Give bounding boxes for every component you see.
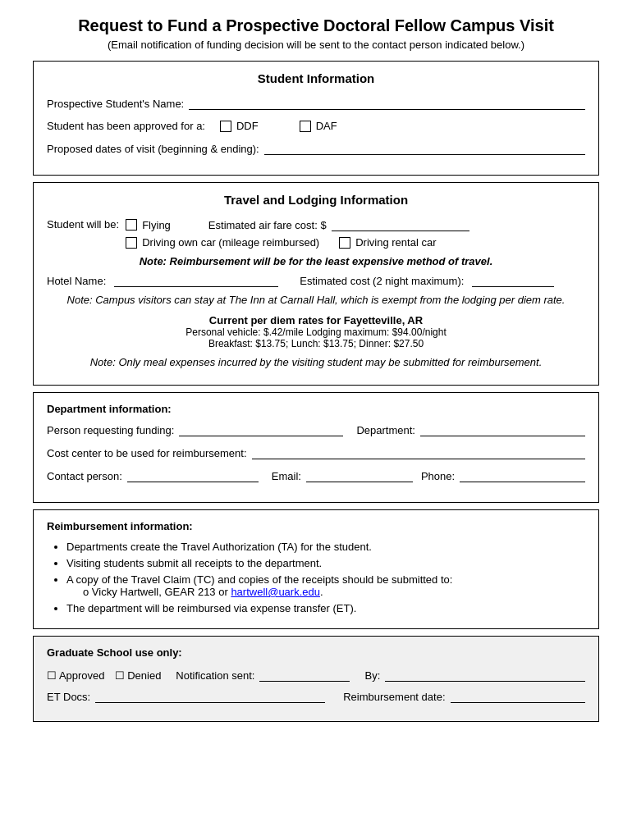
- daf-label: DAF: [316, 120, 337, 132]
- air-fare-input[interactable]: [332, 218, 469, 231]
- driving-rental-label: Driving rental car: [355, 236, 436, 249]
- reimb-bullet-2: Visiting students submit all receipts to…: [66, 557, 585, 569]
- flying-label: Flying: [142, 219, 171, 231]
- travel-info-title: Travel and Lodging Information: [47, 193, 585, 207]
- email-link[interactable]: hartwell@uark.edu: [231, 586, 320, 598]
- dates-label: Proposed dates of visit (beginning & end…: [47, 143, 259, 155]
- travel-options-row: Student will be: Flying Estimated air fa…: [47, 218, 585, 249]
- per-diem-line2: Breakfast: $13.75; Lunch: $13.75; Dinner…: [47, 338, 585, 349]
- gs-reimb-date-label: Reimbursement date:: [343, 691, 445, 703]
- student-will-be-label: Student will be:: [47, 218, 119, 231]
- air-fare-label: Estimated air fare cost: $: [208, 219, 327, 231]
- contact-row: Contact person: Email: Phone:: [47, 469, 585, 482]
- travel-options-container: Flying Estimated air fare cost: $ Drivin…: [126, 218, 469, 249]
- gs-notification-input[interactable]: [259, 669, 350, 682]
- reimb-bullet-4: The department will be reimbursed via ex…: [66, 602, 585, 614]
- phone-label: Phone:: [421, 470, 455, 482]
- reimb-bullet-3: A copy of the Travel Claim (TC) and copi…: [66, 573, 585, 598]
- est-cost-label: Estimated cost (2 night maximum):: [300, 275, 464, 287]
- contact-input[interactable]: [127, 469, 259, 482]
- gs-section: Graduate School use only: ☐ Approved ☐ D…: [33, 636, 599, 722]
- est-cost-input[interactable]: [472, 274, 554, 287]
- gs-approved-label: ☐ Approved: [47, 669, 105, 682]
- dept-info-title: Department information:: [47, 403, 585, 415]
- flying-checkbox[interactable]: [126, 219, 137, 231]
- hotel-input[interactable]: [114, 274, 278, 287]
- travel-note1: Note: Reimbursement will be for the leas…: [47, 255, 585, 267]
- per-diem-line1: Personal vehicle: $.42/mile Lodging maxi…: [47, 326, 585, 338]
- dept-info-section: Department information: Person requestin…: [33, 392, 599, 503]
- approved-for-label: Student has been approved for a:: [47, 120, 205, 132]
- driving-own-label: Driving own car (mileage reimbursed): [142, 236, 319, 249]
- person-dept-row: Person requesting funding: Department:: [47, 423, 585, 436]
- cost-center-row: Cost center to be used for reimbursement…: [47, 446, 585, 459]
- gs-notification-label: Notification sent:: [176, 669, 254, 682]
- email-input[interactable]: [306, 469, 413, 482]
- page-subtitle: (Email notification of funding decision …: [33, 39, 599, 51]
- gs-et-docs-row: ET Docs: Reimbursement date:: [47, 690, 585, 703]
- reimb-info-section: Reimbursement information: Departments c…: [33, 509, 599, 629]
- ddf-checkbox-group: DDF: [220, 120, 259, 132]
- driving-option: Driving own car (mileage reimbursed) Dri…: [126, 236, 469, 249]
- email-label: Email:: [272, 470, 301, 482]
- reimb-bullet-1: Departments create the Travel Authorizat…: [66, 541, 585, 553]
- gs-reimb-date-input[interactable]: [451, 690, 586, 703]
- gs-approved-row: ☐ Approved ☐ Denied Notification sent: B…: [47, 669, 585, 682]
- daf-checkbox-group: DAF: [300, 120, 337, 132]
- reimb-sub-list: Vicky Hartwell, GEAR 213 or hartwell@uar…: [66, 586, 585, 598]
- travel-note2: Note: Campus visitors can stay at The In…: [47, 294, 585, 306]
- person-input[interactable]: [179, 423, 343, 436]
- gs-et-docs-input[interactable]: [95, 690, 325, 703]
- travel-note3: Note: Only meal expenses incurred by the…: [47, 356, 585, 368]
- dept-input[interactable]: [420, 423, 585, 436]
- gs-by-input[interactable]: [385, 669, 585, 682]
- daf-checkbox[interactable]: [300, 121, 311, 132]
- per-diem-block: Current per diem rates for Fayetteville,…: [47, 314, 585, 349]
- gs-by-label: By:: [364, 669, 380, 682]
- per-diem-title: Current per diem rates for Fayetteville,…: [47, 314, 585, 326]
- driving-rental-checkbox[interactable]: [339, 237, 350, 249]
- cost-center-label: Cost center to be used for reimbursement…: [47, 447, 247, 459]
- student-info-section: Student Information Prospective Student'…: [33, 61, 599, 176]
- ddf-label: DDF: [236, 120, 259, 132]
- reimb-sub-bullet-1: Vicky Hartwell, GEAR 213 or hartwell@uar…: [83, 586, 585, 598]
- phone-input[interactable]: [460, 469, 585, 482]
- student-name-row: Prospective Student's Name:: [47, 97, 585, 110]
- hotel-row: Hotel Name: Estimated cost (2 night maxi…: [47, 274, 585, 287]
- flying-option: Flying Estimated air fare cost: $: [126, 218, 469, 231]
- driving-own-checkbox[interactable]: [126, 237, 137, 249]
- gs-et-docs-label: ET Docs:: [47, 691, 90, 703]
- dept-label: Department:: [356, 424, 415, 436]
- student-name-label: Prospective Student's Name:: [47, 98, 184, 110]
- dates-row: Proposed dates of visit (beginning & end…: [47, 142, 585, 155]
- page-title: Request to Fund a Prospective Doctoral F…: [33, 16, 599, 35]
- gs-title: Graduate School use only:: [47, 646, 585, 659]
- ddf-checkbox[interactable]: [220, 121, 231, 132]
- contact-label: Contact person:: [47, 470, 122, 482]
- gs-denied-label: ☐ Denied: [115, 669, 162, 682]
- student-info-title: Student Information: [47, 71, 585, 85]
- vicky-text: Vicky Hartwell, GEAR 213 or: [92, 586, 231, 598]
- cost-center-input[interactable]: [252, 446, 585, 459]
- hotel-label: Hotel Name:: [47, 275, 106, 287]
- person-label: Person requesting funding:: [47, 424, 174, 436]
- student-name-input[interactable]: [189, 97, 585, 110]
- reimb-bullet-list: Departments create the Travel Authorizat…: [47, 541, 585, 614]
- dates-input[interactable]: [264, 142, 585, 155]
- approved-for-row: Student has been approved for a: DDF DAF: [47, 120, 585, 132]
- reimb-info-title: Reimbursement information:: [47, 520, 585, 532]
- travel-info-section: Travel and Lodging Information Student w…: [33, 182, 599, 386]
